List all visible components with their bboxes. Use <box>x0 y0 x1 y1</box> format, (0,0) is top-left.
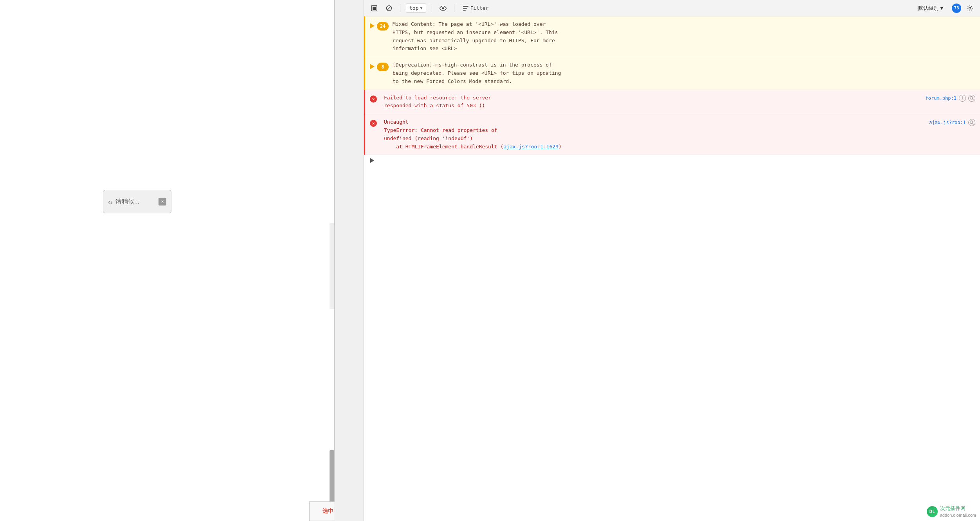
frame-selector[interactable]: top ▼ <box>406 4 426 13</box>
eye-button[interactable] <box>438 3 449 14</box>
right-arrow-icon <box>370 158 374 163</box>
svg-rect-1 <box>373 7 376 10</box>
svg-point-8 <box>970 121 973 124</box>
block-button[interactable] <box>384 3 395 14</box>
svg-point-6 <box>970 96 973 99</box>
eye-icon <box>440 6 447 11</box>
notification-badge[interactable]: 73 <box>952 4 961 13</box>
warning-count-badge-2: 8 <box>377 63 389 71</box>
panel-divider <box>335 0 364 521</box>
search-button-1[interactable] <box>968 95 975 102</box>
watermark: DL 次元插件网addon.diomail.com <box>927 505 976 518</box>
search-button-2[interactable] <box>968 119 975 126</box>
toolbar-sep-2 <box>432 4 432 12</box>
source-link-2[interactable]: ajax.js?roo:1 <box>929 120 966 125</box>
console-messages-list: 24 Mixed Content: The page at '<URL>' wa… <box>364 16 980 521</box>
message-actions-1: forum.php:1 i <box>926 95 975 102</box>
filter-label: Filter <box>470 5 489 11</box>
stack-trace-link[interactable]: ajax.js?roo:1:1629 <box>503 144 558 150</box>
console-message-text-3: Failed to load resource: the server resp… <box>384 94 922 110</box>
devtools-console-panel: top ▼ Filter 默认级别 ▼ 73 <box>364 0 980 521</box>
expand-row[interactable] <box>364 155 980 166</box>
expand-triangle-icon[interactable] <box>370 23 375 29</box>
log-level-dropdown-icon: ▼ <box>940 5 943 11</box>
watermark-logo: DL <box>927 506 938 517</box>
console-message-text-2: [Deprecation]-ms-high-constrast is in th… <box>393 61 975 85</box>
console-message-text-4: Uncaught TypeErrror: Cannot read propert… <box>384 118 925 151</box>
search-icon-2 <box>969 120 974 125</box>
filter-button[interactable]: Filter <box>460 4 492 12</box>
scrollbar-track <box>330 223 334 309</box>
browser-page: ↻ 请稍候... × 选中 1 篇： <box>0 0 335 521</box>
toolbar-sep-3 <box>454 4 454 12</box>
chevron-down-icon: ▼ <box>420 6 422 10</box>
log-level-selector[interactable]: 默认级别 ▼ <box>918 5 943 12</box>
console-message-text-1: Mixed Content: The page at '<URL>' was l… <box>393 20 975 53</box>
selection-prefix: 选中 <box>322 508 335 514</box>
loading-text: 请稍候... <box>115 198 155 206</box>
svg-line-7 <box>973 99 974 100</box>
svg-point-4 <box>442 7 444 9</box>
console-message-error-2: ✕ Uncaught TypeErrror: Cannot read prope… <box>364 114 980 155</box>
warning-count-badge: 24 <box>377 22 389 31</box>
filter-lines-icon <box>463 6 468 11</box>
toolbar-sep-1 <box>400 4 400 12</box>
svg-line-3 <box>387 6 391 10</box>
gear-icon <box>966 5 973 12</box>
svg-line-9 <box>973 123 974 124</box>
message-actions-2: ajax.js?roo:1 <box>929 119 975 126</box>
console-message-warning-2: 8 [Deprecation]-ms-high-constrast is in … <box>364 57 980 90</box>
settings-button[interactable] <box>964 3 975 14</box>
source-link-1[interactable]: forum.php:1 <box>926 96 957 101</box>
block-icon <box>386 5 392 11</box>
expand-triangle-icon-2[interactable] <box>370 64 375 69</box>
inspect-icon <box>371 5 377 11</box>
console-message-error-1: ✕ Failed to load resource: the server re… <box>364 90 980 115</box>
inspect-element-button[interactable] <box>369 3 380 14</box>
watermark-site-text: 次元插件网addon.diomail.com <box>940 505 976 518</box>
frame-selector-label: top <box>409 5 418 11</box>
watermark-logo-text: DL <box>929 509 935 514</box>
search-icon-1 <box>969 96 974 101</box>
log-level-label: 默认级别 <box>918 5 939 12</box>
loading-close-button[interactable]: × <box>159 198 166 206</box>
loading-spinner-icon: ↻ <box>108 198 112 206</box>
error-badge-icon-2: ✕ <box>370 120 377 127</box>
console-message-warning-1: 24 Mixed Content: The page at '<URL>' wa… <box>364 16 980 57</box>
devtools-toolbar: top ▼ Filter 默认级别 ▼ 73 <box>364 0 980 16</box>
error-badge-icon-1: ✕ <box>370 96 377 103</box>
info-button-1[interactable]: i <box>959 95 966 102</box>
loading-dialog: ↻ 请稍候... × <box>103 190 171 213</box>
svg-point-5 <box>969 7 971 9</box>
